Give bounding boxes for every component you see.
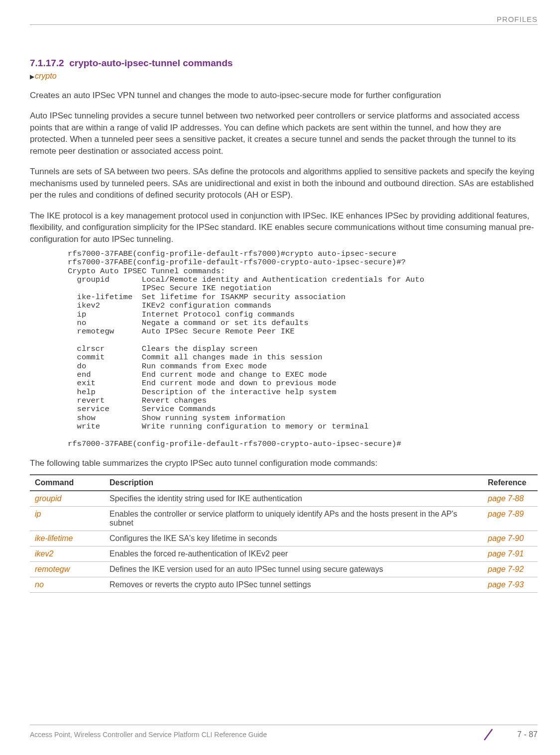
footer-rule bbox=[30, 725, 538, 725]
cmd-desc: Removes or reverts the crypto auto IPSec… bbox=[105, 577, 483, 593]
paragraph-1: Creates an auto IPSec VPN tunnel and cha… bbox=[30, 90, 538, 101]
section-heading: 7.1.17.2 crypto-auto-ipsec-tunnel comman… bbox=[30, 58, 538, 69]
table-intro-text: The following table summarizes the crypt… bbox=[30, 458, 538, 468]
cmd-desc: Enables the forced re-authentication of … bbox=[105, 546, 483, 562]
table-row: groupid Specifies the identity string us… bbox=[30, 491, 538, 507]
table-row: ip Enables the controller or service pla… bbox=[30, 507, 538, 531]
table-row: ike-lifetime Configures the IKE SA's key… bbox=[30, 531, 538, 546]
table-row: remotegw Defines the IKE version used fo… bbox=[30, 562, 538, 577]
cmd-link[interactable]: ip bbox=[30, 507, 105, 531]
svg-line-0 bbox=[484, 729, 492, 740]
paragraph-4: The IKE protocol is a key management pro… bbox=[30, 210, 538, 245]
page-ref-link[interactable]: page 7-93 bbox=[483, 577, 538, 593]
cmd-desc: Defines the IKE version used for an auto… bbox=[105, 562, 483, 577]
page-ref-link[interactable]: page 7-88 bbox=[483, 491, 538, 507]
commands-table: Command Description Reference groupid Sp… bbox=[30, 474, 538, 593]
paragraph-3: Tunnels are sets of SA between two peers… bbox=[30, 166, 538, 201]
crypto-link-text: crypto bbox=[35, 72, 57, 80]
table-header-row: Command Description Reference bbox=[30, 475, 538, 491]
page-ref-link[interactable]: page 7-90 bbox=[483, 531, 538, 546]
col-description: Description bbox=[105, 475, 483, 491]
cmd-desc: Configures the IKE SA's key lifetime in … bbox=[105, 531, 483, 546]
triangle-icon: ▶ bbox=[30, 73, 34, 80]
cmd-link[interactable]: ike-lifetime bbox=[30, 531, 105, 546]
footer-page-number: 7 - 87 bbox=[481, 728, 538, 741]
cmd-desc: Specifies the identity string used for I… bbox=[105, 491, 483, 507]
cmd-link[interactable]: no bbox=[30, 577, 105, 593]
page-footer: Access Point, Wireless Controller and Se… bbox=[30, 725, 538, 741]
header-label: PROFILES bbox=[30, 15, 538, 23]
cmd-link[interactable]: groupid bbox=[30, 491, 105, 507]
page-ref-link[interactable]: page 7-91 bbox=[483, 546, 538, 562]
col-reference: Reference bbox=[483, 475, 538, 491]
header-rule bbox=[30, 24, 538, 25]
cmd-link[interactable]: remotegw bbox=[30, 562, 105, 577]
parent-topic-link[interactable]: ▶crypto bbox=[30, 72, 538, 81]
section-number: 7.1.17.2 bbox=[30, 58, 64, 68]
cli-code-block: rfs7000-37FABE(config-profile-default-rf… bbox=[68, 250, 538, 448]
section-title: crypto-auto-ipsec-tunnel commands bbox=[69, 58, 232, 68]
cmd-link[interactable]: ikev2 bbox=[30, 546, 105, 562]
slash-icon bbox=[481, 728, 511, 741]
page-ref-link[interactable]: page 7-92 bbox=[483, 562, 538, 577]
page-number-text: 7 - 87 bbox=[517, 730, 538, 739]
cmd-desc: Enables the controller or service platfo… bbox=[105, 507, 483, 531]
table-row: no Removes or reverts the crypto auto IP… bbox=[30, 577, 538, 593]
col-command: Command bbox=[30, 475, 105, 491]
footer-doc-title: Access Point, Wireless Controller and Se… bbox=[30, 731, 267, 739]
paragraph-2: Auto IPSec tunneling provides a secure t… bbox=[30, 110, 538, 157]
page-ref-link[interactable]: page 7-89 bbox=[483, 507, 538, 531]
table-row: ikev2 Enables the forced re-authenticati… bbox=[30, 546, 538, 562]
